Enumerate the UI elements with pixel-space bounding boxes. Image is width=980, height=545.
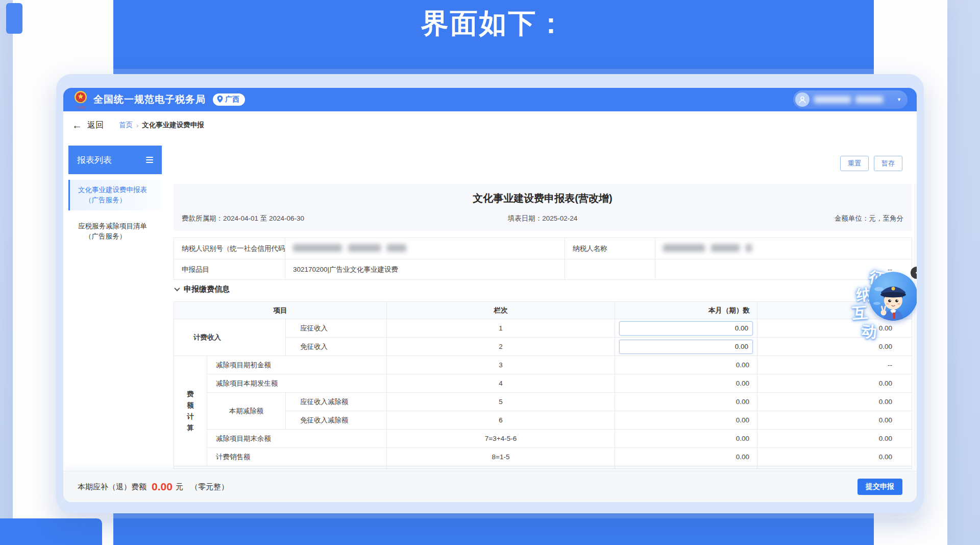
taxpayer-name-value (655, 238, 912, 259)
app-window-inner: 中国税务 全国统一规范电子税务局 广西 (63, 88, 917, 502)
row-index: 3 (387, 356, 615, 374)
user-avatar-icon (795, 92, 810, 107)
column-header-month: 本月（期）数 (615, 302, 757, 319)
payable-amount-value: 0.00 (152, 481, 173, 493)
national-emblem-icon (74, 90, 87, 106)
sidebar-item-label: 文化事业建设费申报表 (78, 185, 156, 195)
fill-date-value: 2025-02-24 (542, 215, 577, 222)
payable-amount-label: 本期应补（退）费额 (78, 482, 146, 492)
row-label: 应征收入 (286, 319, 387, 338)
table-row: 申报品目 302170200|广告业文化事业建设费 -- (174, 259, 912, 280)
sidebar-item-culture-fee-report[interactable]: 文化事业建设费申报表 （广告服务） (68, 180, 162, 210)
taxpayer-info-table: 纳税人识别号（统一社会信用代码） 纳税人名称 (174, 238, 912, 280)
footer-bar: 本期应补（退）费额 0.00 元 （零元整） 提交申报 (63, 471, 917, 502)
cutoff-amount: -- (757, 356, 912, 374)
chevron-down-icon (174, 286, 180, 291)
breadcrumb-home[interactable]: 首页 (119, 121, 133, 130)
section-toggle-declare-info[interactable]: 申报缴费信息 (174, 283, 912, 295)
declare-item-label: 申报品目 (174, 259, 285, 280)
row-label: 免征收入减除额 (286, 411, 387, 430)
toolbar: 重置 暂存 (840, 156, 902, 171)
group-billing-income: 计费收入 (174, 319, 286, 356)
region-label: 广西 (225, 95, 239, 104)
fill-date-label: 填表日期： (508, 215, 543, 222)
group-current-deduction: 本期减除额 (207, 393, 286, 430)
form-meta-row: 费款所属期：2024-04-01 至 2024-06-30 填表日期：2025-… (174, 214, 912, 223)
tax-bureau-logo: 中国税务 (72, 90, 89, 109)
tax-officer-mascot-icon[interactable] (869, 272, 917, 321)
location-pin-icon (217, 96, 223, 104)
table-row: 计费收入 应征收入 1 0.00 (174, 319, 912, 338)
month-amount: 0.00 (615, 374, 757, 393)
row-label: 减除项目本期发生额 (207, 374, 387, 393)
cutoff-amount: 0.00 (757, 338, 912, 356)
row-label: 应征收入减除额 (286, 393, 387, 411)
cutoff-amount: 0.00 (757, 393, 912, 411)
row-index: 2 (387, 338, 615, 356)
empty-cell (565, 259, 655, 280)
back-arrow-icon[interactable]: ← (72, 120, 82, 131)
section-title: 申报缴费信息 (184, 285, 230, 294)
app-body: 报表列表 文化事业建设费申报表 （广告服务） 应税服务减除项目清单 （广告服务） (63, 139, 917, 471)
sidebar-item-sublabel: （广告服务） (78, 231, 156, 242)
table-row: 减除项目期末余额 7=3+4-5-6 0.00 0.00 (174, 430, 912, 448)
sidebar-title: 报表列表 (77, 154, 112, 166)
month-amount-cell (615, 338, 757, 356)
row-label: 减除项目期初金额 (207, 356, 387, 374)
table-row: 费 额 计 算 减除项目期初金额 3 0.00 -- (174, 356, 912, 374)
reset-button[interactable]: 重置 (840, 156, 869, 171)
cutoff-amount: 0.00 (757, 430, 912, 448)
month-amount: 0.00 (615, 411, 757, 430)
taxpayer-id-value (285, 238, 565, 259)
month-amount-cell (615, 319, 757, 338)
input-taxable-income[interactable] (619, 321, 753, 336)
month-amount: 0.00 (615, 430, 757, 448)
row-index: 4 (387, 374, 615, 393)
decor-blue-patch-top-left (6, 3, 22, 34)
breadcrumb-current: 文化事业建设费申报 (142, 121, 204, 130)
row-index: 6 (387, 411, 615, 430)
user-menu[interactable]: ▼ (793, 90, 908, 109)
report-list-sidebar: 报表列表 文化事业建设费申报表 （广告服务） 应税服务减除项目清单 （广告服务） (68, 146, 162, 471)
cutoff-amount: 0.00 (757, 374, 912, 393)
tax-interaction-widget[interactable]: 征 纳 互 动 (850, 268, 917, 339)
group-fee-calculation: 费 额 计 算 (174, 356, 207, 466)
fill-date-field: 填表日期：2025-02-24 (174, 214, 912, 223)
sidebar-item-sublabel: （广告服务） (78, 195, 156, 205)
breadcrumb-separator: › (136, 122, 138, 129)
sidebar-header[interactable]: 报表列表 (68, 146, 162, 174)
list-menu-icon[interactable] (146, 155, 153, 164)
back-button[interactable]: 返回 (87, 120, 104, 131)
row-index: 7=3+4-5-6 (387, 430, 615, 448)
sidebar-item-label: 应税服务减除项目清单 (78, 221, 156, 231)
region-selector[interactable]: 广西 (213, 93, 245, 106)
month-amount: 0.00 (615, 393, 757, 411)
chevron-down-icon: ▼ (897, 97, 901, 102)
column-header-item: 项目 (174, 302, 387, 319)
declare-item-value: 302170200|广告业文化事业建设费 (285, 259, 565, 280)
row-label: 计费销售额 (207, 448, 387, 466)
taxpayer-id-label: 纳税人识别号（统一社会信用代码） (174, 238, 285, 259)
user-name-redacted (814, 96, 851, 103)
page-background: 界面如下： 中国税务 全国统一规范电子税务局 (0, 0, 980, 545)
declaration-form: 文化事业建设费申报表(营改增) 费款所属期：2024-04-01 至 2024-… (174, 184, 912, 469)
cutoff-amount: 0.00 (757, 448, 912, 466)
breadcrumb: ← 返回 首页 › 文化事业建设费申报 (63, 111, 917, 139)
row-label: 免征收入 (286, 338, 387, 356)
taxpayer-name-label: 纳税人名称 (565, 238, 655, 259)
sidebar-item-deduction-list[interactable]: 应税服务减除项目清单 （广告服务） (68, 216, 162, 247)
main-content: 重置 暂存 文化事业建设费申报表(营改增) 费款所属期：2024-04-01 至… (162, 139, 917, 471)
banner-title: 界面如下： (113, 5, 874, 42)
logo-caption: 中国税务 (75, 106, 86, 108)
month-amount: 0.00 (615, 356, 757, 374)
app-header: 中国税务 全国统一规范电子税务局 广西 (63, 88, 917, 111)
row-index: 5 (387, 393, 615, 411)
amount-unit: 元 (176, 482, 183, 492)
row-label: 减除项目期末余额 (207, 430, 387, 448)
submit-declaration-button[interactable]: 提交申报 (857, 479, 902, 495)
decor-blue-patch-bottom-left (0, 518, 102, 545)
input-exempt-income[interactable] (619, 340, 753, 354)
widget-char: 动 (861, 321, 878, 343)
save-draft-button[interactable]: 暂存 (874, 156, 902, 171)
app-title: 全国统一规范电子税务局 (93, 93, 206, 106)
